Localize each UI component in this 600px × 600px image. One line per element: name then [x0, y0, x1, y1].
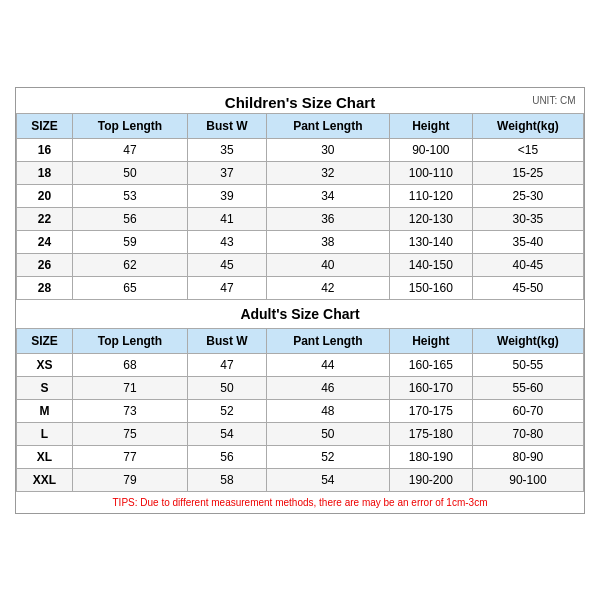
col-pant-length: Pant Length — [266, 113, 389, 138]
data-cell: 40 — [266, 253, 389, 276]
data-cell: 30-35 — [472, 207, 583, 230]
size-col: XS — [17, 353, 73, 376]
size-col: M — [17, 399, 73, 422]
data-cell: 75 — [72, 422, 187, 445]
data-cell: 45-50 — [472, 276, 583, 299]
data-cell: 42 — [266, 276, 389, 299]
data-cell: 32 — [266, 161, 389, 184]
children-table-body: 1647353090-100<1518503732100-11015-25205… — [17, 138, 584, 299]
size-col: S — [17, 376, 73, 399]
tips-section: TIPS: Due to different measurement metho… — [17, 491, 584, 513]
size-col: 26 — [17, 253, 73, 276]
size-col: L — [17, 422, 73, 445]
col-top-length-adult: Top Length — [72, 328, 187, 353]
table-row: S715046160-17055-60 — [17, 376, 584, 399]
data-cell: 77 — [72, 445, 187, 468]
table-row: XXL795854190-20090-100 — [17, 468, 584, 491]
size-col: 18 — [17, 161, 73, 184]
data-cell: 15-25 — [472, 161, 583, 184]
data-cell: 41 — [188, 207, 267, 230]
unit-label: UNIT: CM — [532, 95, 575, 106]
data-cell: 56 — [188, 445, 267, 468]
data-cell: 52 — [188, 399, 267, 422]
data-cell: 54 — [188, 422, 267, 445]
data-cell: 36 — [266, 207, 389, 230]
col-pant-length-adult: Pant Length — [266, 328, 389, 353]
data-cell: 70-80 — [472, 422, 583, 445]
data-cell: 50 — [266, 422, 389, 445]
data-cell: 180-190 — [389, 445, 472, 468]
tips-text: TIPS: Due to different measurement metho… — [17, 491, 584, 513]
data-cell: 48 — [266, 399, 389, 422]
data-cell: 100-110 — [389, 161, 472, 184]
data-cell: 35-40 — [472, 230, 583, 253]
col-top-length: Top Length — [72, 113, 187, 138]
table-row: 26624540140-15040-45 — [17, 253, 584, 276]
adult-table-body: XS684744160-16550-55S715046160-17055-60M… — [17, 353, 584, 491]
size-col: 16 — [17, 138, 73, 161]
size-col: XXL — [17, 468, 73, 491]
data-cell: 170-175 — [389, 399, 472, 422]
data-cell: 90-100 — [472, 468, 583, 491]
data-cell: 190-200 — [389, 468, 472, 491]
children-header-row: SIZE Top Length Bust W Pant Length Heigh… — [17, 113, 584, 138]
table-row: L755450175-18070-80 — [17, 422, 584, 445]
data-cell: 175-180 — [389, 422, 472, 445]
size-col: 24 — [17, 230, 73, 253]
data-cell: 90-100 — [389, 138, 472, 161]
data-cell: 53 — [72, 184, 187, 207]
data-cell: 160-165 — [389, 353, 472, 376]
data-cell: 160-170 — [389, 376, 472, 399]
data-cell: 62 — [72, 253, 187, 276]
data-cell: 150-160 — [389, 276, 472, 299]
data-cell: 68 — [72, 353, 187, 376]
size-chart-container: Children's Size Chart UNIT: CM SIZE Top … — [15, 87, 585, 514]
data-cell: 46 — [266, 376, 389, 399]
data-cell: 40-45 — [472, 253, 583, 276]
adult-chart-title: Adult's Size Chart — [17, 299, 584, 328]
col-bust-w: Bust W — [188, 113, 267, 138]
data-cell: 25-30 — [472, 184, 583, 207]
tips-row: TIPS: Due to different measurement metho… — [17, 491, 584, 513]
data-cell: 47 — [188, 276, 267, 299]
data-cell: 54 — [266, 468, 389, 491]
data-cell: 55-60 — [472, 376, 583, 399]
data-cell: 47 — [72, 138, 187, 161]
data-cell: 50 — [188, 376, 267, 399]
table-row: 18503732100-11015-25 — [17, 161, 584, 184]
data-cell: 47 — [188, 353, 267, 376]
data-cell: 65 — [72, 276, 187, 299]
size-col: 28 — [17, 276, 73, 299]
children-chart-title: Children's Size Chart — [225, 94, 375, 111]
data-cell: 73 — [72, 399, 187, 422]
data-cell: 110-120 — [389, 184, 472, 207]
table-row: 22564136120-13030-35 — [17, 207, 584, 230]
table-row: 28654742150-16045-50 — [17, 276, 584, 299]
data-cell: 60-70 — [472, 399, 583, 422]
table-row: 1647353090-100<15 — [17, 138, 584, 161]
col-height-adult: Height — [389, 328, 472, 353]
data-cell: 79 — [72, 468, 187, 491]
size-col: XL — [17, 445, 73, 468]
data-cell: 45 — [188, 253, 267, 276]
data-cell: 43 — [188, 230, 267, 253]
table-row: M735248170-17560-70 — [17, 399, 584, 422]
col-weight: Weight(kg) — [472, 113, 583, 138]
col-weight-adult: Weight(kg) — [472, 328, 583, 353]
data-cell: 37 — [188, 161, 267, 184]
data-cell: 71 — [72, 376, 187, 399]
data-cell: 52 — [266, 445, 389, 468]
size-col: 20 — [17, 184, 73, 207]
data-cell: 38 — [266, 230, 389, 253]
children-title-row: Children's Size Chart UNIT: CM — [17, 88, 584, 113]
table-row: 20533934110-12025-30 — [17, 184, 584, 207]
data-cell: 50-55 — [472, 353, 583, 376]
data-cell: 50 — [72, 161, 187, 184]
data-cell: 58 — [188, 468, 267, 491]
data-cell: 80-90 — [472, 445, 583, 468]
col-size-adult: SIZE — [17, 328, 73, 353]
data-cell: 59 — [72, 230, 187, 253]
data-cell: 35 — [188, 138, 267, 161]
size-col: 22 — [17, 207, 73, 230]
data-cell: <15 — [472, 138, 583, 161]
